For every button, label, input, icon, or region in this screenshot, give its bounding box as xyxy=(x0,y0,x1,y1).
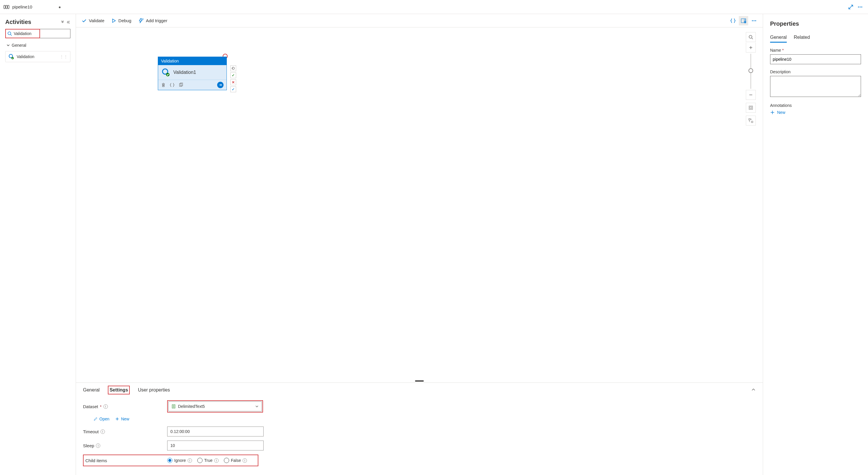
svg-point-14 xyxy=(755,20,756,21)
search-icon xyxy=(748,35,753,39)
open-dataset-button[interactable]: Open xyxy=(94,417,109,421)
properties-panel: Properties General Related Name * Descri… xyxy=(763,14,868,475)
dataset-value: DelimitedText5 xyxy=(178,404,205,409)
canvas-search-button[interactable] xyxy=(746,32,756,42)
copy-icon[interactable] xyxy=(179,82,183,87)
grip-icon: ⋮⋮ xyxy=(60,54,68,59)
activity-item-validation[interactable]: Validation ⋮⋮ xyxy=(5,51,70,62)
child-items-false-radio[interactable]: False i xyxy=(224,458,247,463)
timeout-input[interactable]: 0.12:00:00 xyxy=(167,427,264,437)
retry-icon[interactable] xyxy=(230,65,236,71)
child-items-true-radio[interactable]: True i xyxy=(197,458,219,463)
props-tab-related[interactable]: Related xyxy=(794,33,810,43)
debug-button[interactable]: Debug xyxy=(111,18,131,23)
zoom-slider[interactable] xyxy=(750,54,751,89)
info-icon[interactable]: i xyxy=(103,404,108,409)
zoom-in-button[interactable] xyxy=(746,43,756,53)
trigger-icon xyxy=(138,18,144,23)
activity-type-label: Validation xyxy=(158,57,226,65)
validate-label: Validate xyxy=(89,18,104,23)
activity-search-input[interactable]: Validation xyxy=(5,29,40,38)
tab-title: pipeline10 xyxy=(12,4,32,9)
dataset-icon xyxy=(172,404,176,408)
completion-connector-icon[interactable]: ✓ xyxy=(230,87,236,92)
expand-collapse-icon[interactable] xyxy=(61,20,65,24)
zoom-slider-thumb[interactable] xyxy=(748,68,753,73)
validate-button[interactable]: Validate xyxy=(82,18,104,23)
dataset-select[interactable]: DelimitedText5 xyxy=(168,401,262,411)
svg-rect-21 xyxy=(750,107,752,109)
code-view-button[interactable] xyxy=(728,16,738,25)
braces-icon[interactable] xyxy=(170,82,175,87)
svg-point-19 xyxy=(749,35,752,38)
tab-user-properties[interactable]: User properties xyxy=(138,386,170,395)
more-icon xyxy=(751,18,757,23)
collapse-sidebar-icon[interactable] xyxy=(66,20,70,24)
activities-sidebar: Activities Validation General Validation… xyxy=(0,14,76,475)
properties-panel-icon xyxy=(741,18,746,23)
svg-rect-23 xyxy=(751,121,753,123)
pipeline-toolbar: Validate Debug Add trigger xyxy=(76,14,763,28)
activity-output-connector[interactable] xyxy=(217,82,224,88)
svg-point-6 xyxy=(8,32,11,35)
layout-icon xyxy=(748,118,753,123)
debug-label: Debug xyxy=(118,18,131,23)
sleep-input[interactable]: 10 xyxy=(167,441,264,450)
name-input[interactable] xyxy=(770,54,861,64)
tab-general[interactable]: General xyxy=(83,386,100,395)
info-icon[interactable]: i xyxy=(96,443,100,448)
search-icon xyxy=(7,31,12,36)
activity-group-general[interactable]: General xyxy=(5,41,70,50)
dataset-label: Dataset * i xyxy=(83,404,165,409)
svg-rect-0 xyxy=(4,5,5,9)
check-icon xyxy=(82,19,87,23)
panel-resize-handle[interactable] xyxy=(415,380,424,381)
toolbar-more-button[interactable] xyxy=(749,16,759,25)
add-trigger-button[interactable]: Add trigger xyxy=(138,18,167,23)
sleep-label: Sleep i xyxy=(83,443,165,448)
pipeline-tab-header: pipeline10 ● xyxy=(0,0,868,14)
collapse-panel-icon[interactable] xyxy=(751,387,756,392)
plus-icon xyxy=(115,417,119,421)
description-textarea[interactable] xyxy=(770,76,861,97)
svg-point-5 xyxy=(861,6,862,7)
canvas-activity-validation[interactable]: Validation Validation1 xyxy=(158,57,227,90)
svg-point-12 xyxy=(752,20,753,21)
expand-diagonal-icon[interactable] xyxy=(848,4,854,10)
validation-activity-icon xyxy=(162,68,170,77)
braces-icon xyxy=(730,18,736,23)
info-icon[interactable]: i xyxy=(243,459,247,463)
fit-to-screen-button[interactable] xyxy=(746,103,756,113)
child-items-ignore-radio[interactable]: Ignore i xyxy=(167,458,192,463)
add-annotation-button[interactable]: New xyxy=(770,110,861,115)
auto-layout-button[interactable] xyxy=(746,115,756,126)
svg-point-3 xyxy=(858,6,859,7)
add-trigger-label: Add trigger xyxy=(146,18,167,23)
activity-name: Validation1 xyxy=(173,70,196,75)
annotations-label: Annotations xyxy=(770,103,861,108)
play-icon xyxy=(111,19,116,23)
pipeline-icon xyxy=(3,4,9,10)
tab-settings[interactable]: Settings xyxy=(108,386,130,395)
validation-activity-icon xyxy=(8,54,14,60)
info-icon[interactable]: i xyxy=(100,430,105,434)
properties-toggle-button[interactable] xyxy=(739,16,748,25)
search-input-extra[interactable] xyxy=(40,29,70,38)
pipeline-canvas[interactable]: Validation Validation1 ✓ ✕ ✓ xyxy=(76,28,763,382)
failure-connector-icon[interactable]: ✕ xyxy=(230,79,236,85)
plus-icon xyxy=(748,45,753,50)
zoom-out-button[interactable] xyxy=(746,90,756,100)
success-connector-icon[interactable]: ✓ xyxy=(230,72,236,78)
info-icon[interactable]: i xyxy=(188,459,192,463)
props-tab-general[interactable]: General xyxy=(770,33,787,43)
more-icon[interactable] xyxy=(858,4,863,10)
delete-icon[interactable] xyxy=(161,82,166,87)
child-items-radio-group: Ignore i True i False i xyxy=(167,458,247,463)
svg-rect-20 xyxy=(749,106,752,109)
search-value: Validation xyxy=(14,31,31,36)
child-items-label: Child items xyxy=(83,454,165,466)
new-dataset-button[interactable]: New xyxy=(115,417,129,421)
plus-icon xyxy=(770,110,775,115)
svg-rect-1 xyxy=(6,5,7,9)
info-icon[interactable]: i xyxy=(214,459,219,463)
